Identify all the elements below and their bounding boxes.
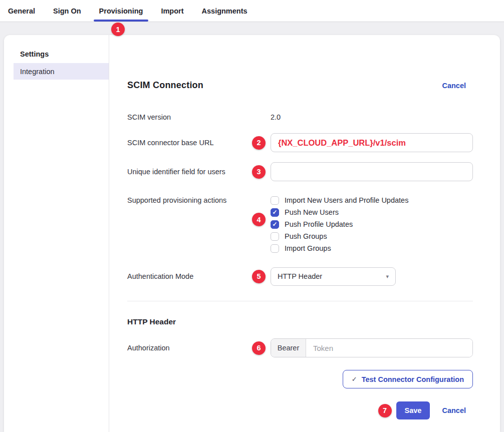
cancel-link-top[interactable]: Cancel [442, 82, 466, 90]
provisioning-actions-label: Supported provisioning actions [127, 194, 252, 204]
action-push-profile-updates[interactable]: ✓ Push Profile Updates [271, 218, 408, 230]
scim-connection-panel: SCIM Connection Cancel SCIM version 2.0 … [109, 35, 500, 432]
action-push-groups[interactable]: ✓ Push Groups [271, 230, 408, 242]
bearer-prefix: Bearer [271, 339, 306, 357]
tab-import[interactable]: Import [161, 0, 183, 22]
action-push-new-users[interactable]: ✓ Push New Users [271, 206, 408, 218]
base-url-input[interactable] [271, 133, 473, 152]
unique-id-row: Unique identifier field for users 3 [127, 162, 473, 181]
step-badge-5: 5 [252, 270, 266, 283]
auth-mode-row: Authentication Mode 5 HTTP Header ▾ [127, 267, 473, 286]
checkbox-icon[interactable]: ✓ [271, 208, 279, 217]
tab-assignments[interactable]: Assignments [202, 0, 247, 22]
save-button[interactable]: Save [396, 401, 430, 419]
step-badge-1: 1 [111, 23, 125, 36]
step-badge-6: 6 [252, 341, 266, 355]
tab-general[interactable]: General [8, 0, 35, 22]
authorization-label: Authorization [127, 344, 252, 352]
step-badge-7: 7 [378, 404, 392, 417]
app-tab-bar: General Sign On Provisioning Import Assi… [0, 0, 504, 22]
authorization-row: Authorization 6 Bearer [127, 338, 473, 357]
step-badge-2: 2 [252, 136, 266, 150]
checkbox-icon[interactable]: ✓ [271, 220, 279, 229]
action-import-groups[interactable]: ✓ Import Groups [271, 242, 408, 254]
check-icon: ✓ [352, 375, 357, 383]
page-title: SCIM Connection [127, 80, 203, 91]
checkbox-icon[interactable]: ✓ [271, 196, 279, 205]
tab-sign-on[interactable]: Sign On [53, 0, 81, 22]
settings-sidebar: Settings Integration [4, 35, 109, 432]
unique-id-input[interactable] [271, 162, 473, 181]
step-badge-3: 3 [252, 165, 266, 179]
provisioning-actions-row: Supported provisioning actions 4 ✓ Impor… [127, 194, 473, 254]
provisioning-card: Settings Integration SCIM Connection Can… [4, 35, 500, 432]
token-input[interactable] [306, 339, 472, 357]
sidebar-heading: Settings [20, 50, 109, 58]
auth-mode-value: HTTP Header [278, 272, 322, 280]
base-url-row: SCIM connector base URL 2 [127, 133, 473, 152]
sidebar-item-label: Integration [20, 68, 55, 76]
section-divider [127, 301, 473, 301]
provisioning-actions-list: ✓ Import New Users and Profile Updates ✓… [271, 194, 408, 254]
checkbox-icon[interactable]: ✓ [271, 232, 279, 241]
test-connector-button[interactable]: ✓ Test Connector Configuration [343, 370, 473, 388]
base-url-label: SCIM connector base URL [127, 139, 252, 147]
scim-version-label: SCIM version [127, 113, 252, 121]
action-import-new-users[interactable]: ✓ Import New Users and Profile Updates [271, 194, 408, 206]
cancel-link-bottom[interactable]: Cancel [442, 406, 466, 414]
tab-provisioning[interactable]: Provisioning [99, 0, 143, 22]
auth-mode-select[interactable]: HTTP Header ▾ [271, 267, 396, 286]
scim-version-value: 2.0 [271, 113, 281, 121]
sidebar-item-integration[interactable]: Integration [14, 63, 109, 80]
chevron-down-icon: ▾ [386, 273, 389, 280]
http-header-section-title: HTTP Header [127, 317, 473, 326]
authorization-input-group: Bearer [271, 338, 473, 357]
auth-mode-label: Authentication Mode [127, 272, 252, 280]
checkbox-icon[interactable]: ✓ [271, 244, 279, 253]
step-badge-4: 4 [252, 213, 266, 226]
unique-id-label: Unique identifier field for users [127, 168, 252, 176]
scim-version-row: SCIM version 2.0 [127, 111, 473, 123]
